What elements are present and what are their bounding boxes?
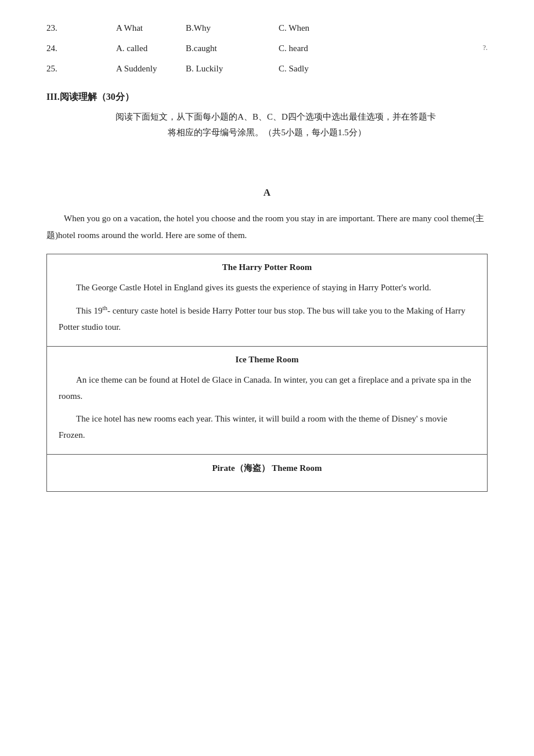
question-24: 24. A. called B.caught C. heard ?. [46,44,488,53]
q23-number: 23. [46,23,116,33]
pirate-title: Pirate（海盗） Theme Room [59,463,475,474]
q23-optionB: B.Why [186,23,279,33]
harry-potter-title: The Harry Potter Room [59,262,475,272]
pirate-box: Pirate（海盗） Theme Room [47,455,487,491]
passage-intro: When you go on a vacation, the hotel you… [46,210,488,243]
q25-optionC: C. Sadly [279,64,371,74]
questions-section: 23. A What B.Why C. When 24. A. called B… [46,23,488,74]
passage-section: A When you go on a vacation, the hotel y… [46,187,488,492]
q24-optionC: C. heard [279,44,371,53]
q24-optionB: B.caught [186,44,279,53]
harry-potter-box: The Harry Potter Room The George Castle … [47,254,487,347]
ice-theme-para2: The ice hotel has new rooms each year. T… [59,411,475,444]
section3-instruction: 阅读下面短文，从下面每小题的A、B、C、D四个选项中选出最佳选项，并在答题卡 将… [46,109,488,141]
harry-potter-para1: The George Castle Hotel in England gives… [59,279,475,296]
ice-theme-para1: An ice theme can be found at Hotel de Gl… [59,372,475,405]
instruction-line2: 将相应的字母编号涂黑。（共5小题，每小题1.5分） [168,128,366,137]
instruction-line1: 阅读下面短文，从下面每小题的A、B、C、D四个选项中选出最佳选项，并在答题卡 [116,112,436,121]
question-23: 23. A What B.Why C. When [46,23,488,33]
passage-boxes: The Harry Potter Room The George Castle … [46,254,488,492]
q24-note: ?. [483,44,488,52]
q23-optionC: C. When [279,23,371,33]
q25-number: 25. [46,64,116,74]
q25-optionB: B. Luckily [186,64,279,74]
q24-number: 24. [46,44,116,53]
harry-potter-para2: This 19th- century caste hotel is beside… [59,302,475,336]
passage-letter: A [46,187,488,199]
section3-title: III.阅读理解（30分） [46,91,488,103]
q24-optionA: A. called [116,44,186,53]
question-25: 25. A Suddenly B. Luckily C. Sadly [46,64,488,74]
ice-theme-box: Ice Theme Room An ice theme can be found… [47,347,487,455]
ice-theme-title: Ice Theme Room [59,355,475,365]
q25-optionA: A Suddenly [116,64,186,74]
q23-optionA: A What [116,23,186,33]
section3: III.阅读理解（30分） 阅读下面短文，从下面每小题的A、B、C、D四个选项中… [46,91,488,141]
